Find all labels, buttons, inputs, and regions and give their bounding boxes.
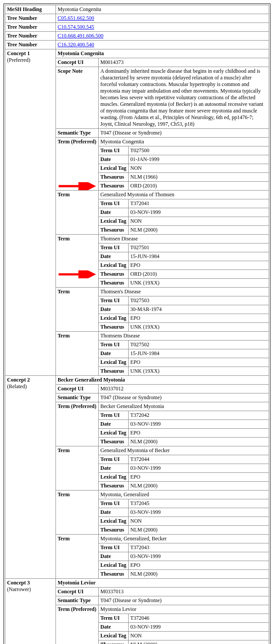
term-attr-label: Thesaurus [98, 482, 128, 490]
term-attr-label: Term UI [98, 243, 128, 252]
scope-note-label: Scope Note [56, 67, 98, 129]
term-attr-label: Term UI [98, 499, 128, 508]
term-attr-value: NON [128, 164, 269, 173]
term-attr-label: Term UI [98, 455, 128, 464]
term-attr-label: Thesaurus [98, 570, 128, 579]
term-attr-value: NON [128, 517, 269, 526]
term-attr-label: Thesaurus [98, 438, 128, 446]
term-attr-value: 15-JUN-1984 [128, 349, 269, 358]
concept-ui-value: M0014373 [98, 58, 269, 67]
tree-number-link[interactable]: C10.668.491.606.500 [58, 33, 104, 39]
mesh-record: MeSH HeadingMyotonia CongenitaTree Numbe… [4, 4, 270, 644]
concept-3-name: Myotonia Levior [56, 579, 269, 588]
term-attr-value: T027503 [128, 296, 269, 305]
term-attr-label: Term UI [98, 146, 128, 155]
term-attr-label: Term UI [98, 614, 128, 623]
tree-number-label: Tree Number [5, 32, 56, 41]
main-table: MeSH HeadingMyotonia CongenitaTree Numbe… [5, 5, 269, 644]
term-attr-value: 03-NOV-1999 [128, 420, 269, 429]
term-attr-label: Thesaurus [98, 226, 128, 235]
term-name: Becker Generalized Myotonia [98, 402, 269, 411]
term-attr-value: UNK (19XX) [128, 279, 269, 288]
term-attr-label: Date [98, 252, 128, 261]
term-attr-label: Term UI [98, 543, 128, 552]
term-label: Term [56, 191, 98, 235]
semantic-type-value: T047 (Disease or Syndrome) [98, 393, 269, 402]
term-attr-value: NLM (1966) [128, 173, 269, 182]
term-attr-value: EPO [128, 561, 269, 570]
term-label: Term [56, 288, 98, 332]
term-attr-value: T027500 [128, 146, 269, 155]
term-attr-value: EPO [128, 473, 269, 482]
term-attr-label: Date [98, 552, 128, 561]
mesh-heading-value: Myotonia Congenita [56, 5, 269, 14]
term-attr-value: T372042 [128, 411, 269, 420]
term-label: Term (Preferred) [56, 605, 98, 644]
term-attr-value: UNK (19XX) [128, 367, 269, 376]
tree-number-cell: C10.574.500.545 [56, 23, 269, 32]
term-attr-label: Lexical Tag [98, 517, 128, 526]
term-attr-value: NLM (2000) [128, 226, 269, 235]
term-name: Myotonia, Generalized, Becker [98, 535, 269, 543]
term-attr-value: T372045 [128, 499, 269, 508]
term-attr-value: 15-JUN-1984 [128, 252, 269, 261]
term-attr-value: NLM (2000) [128, 482, 269, 490]
semantic-type-label: Semantic Type [56, 129, 98, 138]
term-attr-label: Term UI [98, 199, 128, 208]
term-attr-value: 03-NOV-1999 [128, 623, 269, 632]
term-label: Term [56, 446, 98, 490]
tree-number-link[interactable]: C10.574.500.545 [58, 24, 94, 30]
concept-2-label: Concept 2(Related) [5, 376, 56, 579]
term-attr-value: UNK (19XX) [128, 323, 269, 332]
concept-ui-value: M0337012 [98, 385, 269, 393]
term-attr-label: Thesaurus [98, 367, 128, 376]
concept-ui-label: Concept UI [56, 588, 98, 596]
term-attr-label: Term UI [98, 341, 128, 349]
term-label: Term [56, 235, 98, 288]
term-attr-label: Lexical Tag [98, 217, 128, 226]
term-attr-value: NLM (2000) [128, 570, 269, 579]
tree-number-label: Tree Number [5, 14, 56, 23]
tree-number-label: Tree Number [5, 23, 56, 32]
term-attr-label: Lexical Tag [98, 473, 128, 482]
term-attr-value: T372043 [128, 543, 269, 552]
term-attr-label: Lexical Tag [98, 561, 128, 570]
tree-number-label: Tree Number [5, 41, 56, 49]
term-label: Term (Preferred) [56, 138, 98, 191]
term-attr-label: Lexical Tag [98, 261, 128, 270]
tree-number-cell: C05.651.662.500 [56, 14, 269, 23]
semantic-type-label: Semantic Type [56, 596, 98, 605]
term-attr-label: Lexical Tag [98, 314, 128, 323]
term-attr-label: Lexical Tag [98, 632, 128, 640]
term-name: Thomsen's Disease [98, 288, 269, 296]
term-attr-value: T372044 [128, 455, 269, 464]
term-attr-value: EPO [128, 314, 269, 323]
term-name: Generalized Myotonia of Becker [98, 446, 269, 455]
term-attr-label: Term UI [98, 411, 128, 420]
term-attr-label: Thesaurus [98, 173, 128, 182]
tree-number-cell: C16.320.400.540 [56, 41, 269, 49]
term-attr-label: Date [98, 623, 128, 632]
term-attr-value: EPO [128, 261, 269, 270]
semantic-type-value: T047 (Disease or Syndrome) [98, 129, 269, 138]
term-label: Term [56, 535, 98, 579]
term-attr-value: NLM (2000) [128, 438, 269, 446]
tree-number-link[interactable]: C16.320.400.540 [58, 41, 94, 48]
term-attr-value: 30-MAR-1974 [128, 305, 269, 314]
term-attr-value: EPO [128, 429, 269, 438]
term-attr-value: ORD (2010) [128, 270, 269, 279]
term-attr-label: Date [98, 349, 128, 358]
concept-1-name: Myotonia Congenita [56, 49, 269, 58]
term-attr-label: Date [98, 420, 128, 429]
concept-ui-label: Concept UI [56, 385, 98, 393]
term-attr-value: 03-NOV-1999 [128, 208, 269, 217]
term-attr-label: Term UI [98, 296, 128, 305]
term-attr-value: ORD (2010) [128, 182, 269, 191]
term-attr-label: Lexical Tag [98, 358, 128, 367]
semantic-type-value: T047 (Disease or Syndrome) [98, 596, 269, 605]
term-attr-label: Thesaurus [98, 526, 128, 535]
term-label: Term [56, 332, 98, 376]
tree-number-link[interactable]: C05.651.662.500 [58, 15, 94, 21]
term-attr-value: NLM (2000) [128, 640, 269, 644]
term-attr-label: Date [98, 508, 128, 517]
